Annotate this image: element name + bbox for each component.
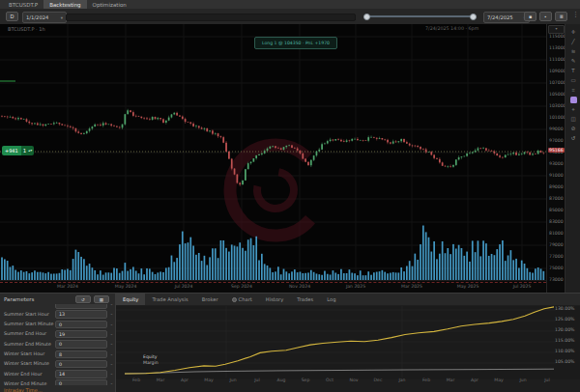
param-label: Summer Start Hour bbox=[4, 312, 49, 317]
param-label: Winter End Hour bbox=[4, 372, 43, 377]
start-date-input[interactable]: 1/1/2024 ▾ bbox=[22, 12, 67, 23]
price-axis-label: 97000 bbox=[549, 138, 564, 143]
brush-icon[interactable]: ✎ bbox=[566, 57, 580, 66]
equity-time-label: Jan bbox=[392, 378, 412, 382]
stepper-icon[interactable]: ⌄ bbox=[110, 321, 113, 327]
tab-trade-analysis[interactable]: Trade Analysis bbox=[145, 294, 194, 305]
param-input[interactable]: 19 bbox=[55, 330, 107, 339]
equity-axis-label: 120.00% bbox=[555, 327, 574, 332]
fib-retracement-icon[interactable]: ≋ bbox=[566, 47, 580, 56]
color-swatch[interactable] bbox=[566, 96, 580, 104]
stepper-icon[interactable]: ⌄ bbox=[110, 360, 113, 367]
titlebar-tab-optimization[interactable]: Optimization bbox=[87, 0, 132, 9]
price-axis[interactable]: ▾ 11500011300011100010900010700010500010… bbox=[546, 24, 565, 293]
param-input[interactable]: 0 bbox=[55, 340, 107, 349]
equity-axis-label: 125.00% bbox=[555, 317, 574, 322]
position-badge[interactable]: +941 1 ▴▾ bbox=[2, 146, 34, 155]
param-row: Winter End Minute0⌄ bbox=[0, 379, 115, 385]
param-row: Summer Start Minute0⌄ bbox=[0, 321, 115, 330]
text-icon[interactable]: T bbox=[566, 67, 580, 75]
stepper-icon[interactable]: ⌄ bbox=[110, 340, 113, 347]
zoom-icon[interactable]: ◫ bbox=[566, 115, 580, 124]
titlebar-tab-btcusdt-p[interactable]: BTCUSDT.P bbox=[3, 0, 44, 9]
end-date-input[interactable]: 7/24/2025 ▾ bbox=[483, 12, 530, 23]
param-input[interactable]: 0 bbox=[55, 321, 107, 329]
param-label: Winter End Minute bbox=[4, 381, 46, 385]
chevron-down-icon: ▾ bbox=[61, 15, 63, 20]
tab-label: Log bbox=[327, 296, 335, 302]
stepper-icon[interactable]: ⌄ bbox=[110, 350, 113, 357]
position-qty: 1 bbox=[21, 146, 29, 155]
time-axis-label: Mar 2025 bbox=[397, 284, 426, 289]
equity-time-label: Jul bbox=[537, 378, 557, 382]
chart-bar-info: 7/24/2025 14:00 · 6pm bbox=[425, 26, 478, 31]
titlebar-tab-backtesting[interactable]: Backtesting bbox=[44, 0, 86, 9]
candlestick-chart[interactable] bbox=[0, 24, 546, 280]
slider-handle-start[interactable] bbox=[363, 14, 370, 20]
price-axis-label: 75000 bbox=[549, 266, 564, 270]
stepper-icon[interactable]: ⌄ bbox=[110, 330, 113, 337]
measure-icon[interactable]: ⌖ bbox=[566, 105, 580, 114]
progress-track bbox=[66, 14, 356, 21]
pause-button[interactable]: ▪ bbox=[539, 12, 552, 21]
magnet-icon[interactable]: ⊘ bbox=[566, 125, 580, 133]
toolbar: D 1/1/2024 ▾ 7/24/2025 ▾ ■▪≣ ⋮ bbox=[0, 9, 580, 25]
price-axis-label: 77000 bbox=[549, 254, 564, 259]
price-axis-label: 111000 bbox=[549, 57, 566, 62]
price-axis-label: 79000 bbox=[549, 242, 564, 247]
tab-history[interactable]: History bbox=[259, 294, 290, 305]
trendline-icon[interactable]: ╱ bbox=[566, 38, 580, 46]
stepper-icon[interactable]: ⌄ bbox=[110, 370, 113, 377]
tab-label: Chart bbox=[239, 296, 252, 302]
tab-chart[interactable]: Chart bbox=[225, 294, 259, 305]
stepper-icon[interactable]: ⌄ bbox=[110, 310, 113, 317]
reset-params-button[interactable]: ↺ bbox=[75, 295, 91, 303]
param-value: 14 bbox=[59, 372, 65, 377]
qty-stepper-icon[interactable]: ▴▾ bbox=[28, 146, 34, 155]
interval-button[interactable]: D bbox=[6, 12, 18, 21]
price-chart[interactable]: BTCUSDT.P · 1h 7/24/2025 14:00 · 6pm Lon… bbox=[0, 24, 546, 280]
pattern-icon[interactable]: ⌗ bbox=[566, 86, 580, 95]
shapes-icon[interactable]: ▭ bbox=[566, 76, 580, 85]
price-axis-label: 115000 bbox=[549, 34, 566, 39]
param-value: 8 bbox=[59, 352, 62, 357]
param-input[interactable]: 8 bbox=[55, 350, 107, 359]
drawing-toolbar: ✛╱≋✎T▭⌗⌖◫⊘↺ bbox=[565, 24, 580, 293]
tab-trades[interactable]: Trades bbox=[290, 294, 320, 305]
crosshair-icon[interactable]: ✛ bbox=[566, 28, 580, 37]
param-input[interactable]: 13 bbox=[55, 310, 107, 319]
layout-params-button[interactable]: ▦ bbox=[94, 295, 109, 303]
param-input[interactable]: 0 bbox=[55, 360, 107, 369]
intraday-time-link[interactable]: Intraday Time… bbox=[4, 387, 110, 392]
equity-time-label: Apr bbox=[465, 378, 484, 382]
price-axis-label: 105000 bbox=[549, 92, 566, 97]
param-row: Summer End Minute0⌄ bbox=[0, 340, 115, 350]
tab-label: Equity bbox=[123, 296, 138, 302]
list-button[interactable]: ≣ bbox=[555, 12, 567, 21]
tab-log[interactable]: Log bbox=[320, 294, 342, 305]
param-input[interactable] bbox=[55, 304, 107, 309]
param-row: Summer End Hour19⌄ bbox=[0, 330, 115, 340]
entry-price-label: 95166 bbox=[548, 148, 565, 153]
tab-broker[interactable]: Broker bbox=[195, 294, 225, 305]
undo-icon[interactable]: ↺ bbox=[566, 134, 580, 143]
stop-button[interactable]: ■ bbox=[524, 12, 536, 21]
tab-equity[interactable]: Equity bbox=[116, 294, 145, 305]
price-axis-label: 101000 bbox=[549, 115, 566, 120]
slider-rail bbox=[365, 15, 476, 17]
stepper-icon[interactable]: ⌄ bbox=[110, 379, 113, 385]
date-range-slider[interactable] bbox=[362, 11, 479, 22]
param-row: Summer Start Hour13⌄ bbox=[0, 310, 115, 320]
time-axis[interactable]: Mar 2024May 2024Jul 2024Sep 2024Nov 2024… bbox=[0, 280, 546, 293]
backtesting-app: BTCUSDT.PBacktestingOptimization D 1/1/2… bbox=[0, 0, 580, 392]
param-value: 0 bbox=[59, 381, 62, 385]
param-input[interactable]: 14 bbox=[55, 370, 107, 378]
kebab-menu-icon[interactable]: ⋮ bbox=[572, 11, 579, 18]
chart-legend: BTCUSDT.P · 1h bbox=[8, 26, 45, 32]
axis-settings-box[interactable]: ▾ bbox=[548, 25, 565, 34]
slider-handle-end[interactable] bbox=[470, 14, 477, 20]
stepper-icon[interactable]: ⌄ bbox=[110, 304, 113, 307]
equity-curve-chart[interactable] bbox=[116, 306, 580, 379]
param-input[interactable]: 0 bbox=[55, 379, 107, 385]
time-axis-label: Nov 2024 bbox=[285, 284, 314, 289]
